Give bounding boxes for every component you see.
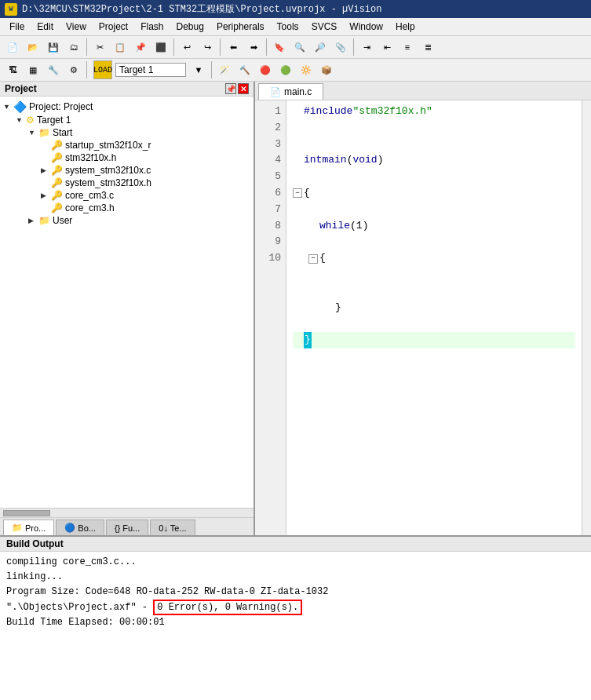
main-area: Project 📌 ✕ ▼ 🔷 Project: Project ▼ ⚙ Tar… [0,82,591,535]
tb-target-opts[interactable]: ⚙ [64,60,83,79]
tb-indent-r[interactable]: ⇥ [357,38,376,57]
build-line-1: compiling core_cm3.c... [6,555,585,570]
tree-root[interactable]: ▼ 🔷 Project: Project [3,100,250,114]
project-hscroll[interactable] [0,508,254,517]
f4-label: core_cm3.c [65,190,114,201]
tb-wand[interactable]: 🪄 [215,60,234,79]
tb-cut[interactable]: ✂ [90,38,109,57]
sep7 [211,61,212,78]
tb-new[interactable]: 📄 [3,38,22,57]
tb-indent[interactable]: ⬛ [151,38,170,57]
f5-expand [41,204,49,212]
panel-close-btn[interactable]: ✕ [238,83,249,94]
menu-file[interactable]: File [3,20,31,34]
menu-peripherals[interactable]: Peripherals [210,20,271,34]
tb-flash-prog[interactable]: 🟢 [276,60,295,79]
f0-icon: 🔑 [51,140,63,151]
tree-file-sysC[interactable]: ▶ 🔑 system_stm32f10x.c [3,164,250,177]
target-label: Target 1 [37,115,71,126]
tb-rebuild[interactable]: 🔴 [256,60,275,79]
btab-fn-label: {} Fu... [115,523,140,533]
tree-file-coreH[interactable]: 🔑 core_cm3.h [3,202,250,214]
fold-btn-4[interactable]: − [293,188,302,198]
menu-help[interactable]: Help [389,20,421,34]
target-dropdown-btn[interactable]: ▼ [189,60,208,79]
f2-label: system_stm32f10x.c [65,165,151,176]
panel-header: Project 📌 ✕ [0,82,254,97]
menu-edit[interactable]: Edit [31,20,60,34]
kw-int: int [304,152,322,169]
btab-functions[interactable]: {} Fu... [106,520,148,535]
btab-templates[interactable]: 0↓ Te... [150,520,195,535]
root-icon: 🔷 [13,100,27,113]
panel-pin-btn[interactable]: 📌 [225,83,236,94]
tb-chip[interactable]: 🔧 [44,60,63,79]
tree-user-folder[interactable]: ▶ 📁 User [3,214,250,227]
tree-file-sysH[interactable]: 🔑 system_stm32f10x.h [3,177,250,189]
menu-bar: File Edit View Project Flash Debug Perip… [0,18,591,36]
tb-save[interactable]: 💾 [44,38,63,57]
menu-flash[interactable]: Flash [134,20,170,34]
menu-svcs[interactable]: SVCS [305,20,344,34]
tb-open[interactable]: 📂 [24,38,42,57]
tb-packages[interactable]: 📦 [317,60,336,79]
panel-header-controls: 📌 ✕ [225,83,249,94]
tb-r2[interactable]: 📎 [331,38,350,57]
tb-x1[interactable]: ≡ [398,38,417,57]
build-output: Build Output compiling core_cm3.c... lin… [0,535,591,700]
user-folder-icon: 📁 [38,215,50,226]
menu-tools[interactable]: Tools [271,20,305,34]
build-line-3: Program Size: Code=648 RO-data-252 RW-da… [6,585,585,600]
fold-btn-6[interactable]: − [308,254,318,264]
title-text: D:\32MCU\STM32Project\2-1 STM32工程模版\Proj… [22,2,381,16]
tb-layers[interactable]: 🏗 [3,60,22,79]
tree-file-startup[interactable]: 🔑 startup_stm32f10x_r [3,139,250,151]
menu-view[interactable]: View [60,20,93,34]
brace-open-6: { [319,250,326,267]
tb-redo[interactable]: ↪ [198,38,217,57]
btab-books[interactable]: 🔵 Bo... [56,520,104,535]
menu-window[interactable]: Window [343,20,389,34]
tree-target[interactable]: ▼ ⚙ Target 1 [3,114,250,126]
start-folder-icon: 📁 [38,127,50,138]
tb-find[interactable]: 🔍 [290,38,309,57]
btab-project[interactable]: 📁 Pro... [3,520,54,535]
build-line-2: linking... [6,570,585,585]
root-expand-icon: ▼ [3,103,11,111]
build-line-4: ".\Objects\Project.axf" - 0 Error(s), 0 … [6,600,585,615]
tb-x2[interactable]: ≣ [418,38,437,57]
project-panel: Project 📌 ✕ ▼ 🔷 Project: Project ▼ ⚙ Tar… [0,82,255,535]
menu-project[interactable]: Project [93,20,134,34]
tree-start-folder[interactable]: ▼ 📁 Start [3,126,250,139]
code-line-5: while(1) [293,218,575,235]
build-line-5: Build Time Elapsed: 00:00:01 [6,615,585,630]
code-line-4: −{ [293,185,575,202]
tb-r1[interactable]: 🔎 [311,38,330,57]
target-input[interactable] [115,63,186,77]
tab-main-c[interactable]: 📄 main.c [258,83,323,100]
tb-copy[interactable]: 📋 [111,38,130,57]
tab-filename: main.c [284,86,312,97]
code-editor[interactable]: 1 2 3 4 5 6 7 8 9 10 #include "stm32f10x… [255,100,591,535]
tree-file-stm32h[interactable]: 🔑 stm32f10x.h [3,151,250,164]
f0-expand [41,141,49,149]
tb-undo[interactable]: ↩ [177,38,196,57]
code-text[interactable]: #include "stm32f10x.h" int main(void) −{… [286,100,582,535]
tb-save-all[interactable]: 🗂 [64,38,83,57]
menu-debug[interactable]: Debug [170,20,210,34]
tb-bookmark[interactable]: 🔖 [270,38,289,57]
target-icon: ⚙ [26,115,35,126]
tb-build[interactable]: 🔨 [235,60,254,79]
tb-outdent[interactable]: ⇤ [378,38,396,57]
build-output-header: Build Output [0,537,591,552]
tb-forward[interactable]: ➡ [244,38,263,57]
tb-back[interactable]: ⬅ [224,38,243,57]
code-scrollbar[interactable] [582,100,591,535]
tb-debug-start[interactable]: 🔆 [297,60,316,79]
kw-void: void [352,152,377,169]
tab-file-icon: 📄 [270,87,281,97]
tree-file-coreC[interactable]: ▶ 🔑 core_cm3.c [3,189,250,202]
tb-paste[interactable]: 📌 [131,38,150,57]
project-hscroll-thumb[interactable] [3,510,50,516]
tb-grid[interactable]: ▦ [24,60,42,79]
